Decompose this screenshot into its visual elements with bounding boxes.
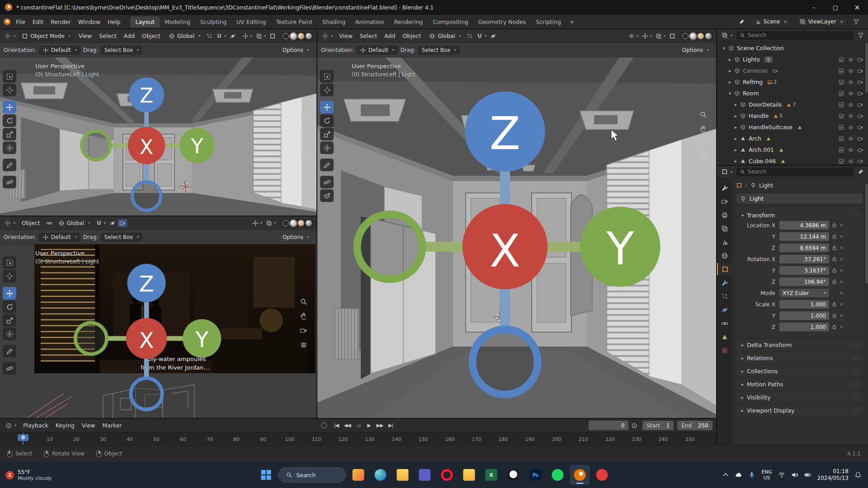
editor-type-button[interactable]: ▾ — [720, 31, 734, 39]
scale-x-value-field[interactable]: 1.000 — [779, 300, 829, 309]
properties-tab-object-data[interactable] — [717, 331, 732, 343]
solid-shading-icon[interactable] — [690, 33, 696, 39]
properties-tab-tool[interactable] — [717, 182, 732, 194]
filter-icon[interactable] — [852, 18, 861, 26]
hide-in-viewport-toggle[interactable] — [848, 56, 854, 63]
checkbox-toggle[interactable] — [838, 101, 844, 108]
taskbar-search[interactable]: Search — [278, 467, 346, 483]
proportional-editing-button[interactable] — [228, 32, 237, 40]
snap-button[interactable]: ▾ — [215, 32, 227, 40]
outliner-row-handle[interactable]: ▸Handle5 — [720, 110, 867, 122]
properties-section-viewport-display[interactable]: ▸Viewport Display∷∷ — [736, 405, 863, 416]
animate-property-dot[interactable] — [840, 258, 843, 260]
menu-file[interactable]: File — [12, 17, 29, 27]
z-value-field[interactable]: 1.000 — [779, 323, 829, 331]
main-viewport-menu-add[interactable]: Add — [381, 31, 399, 41]
cursor-tool-button[interactable] — [320, 84, 334, 96]
jump-to-start-button[interactable]: |◀ — [331, 421, 342, 430]
shading-mode-switch[interactable] — [281, 219, 314, 227]
shading-mode-switch[interactable] — [680, 32, 713, 40]
workspace-tab-geometry-nodes[interactable]: Geometry Nodes — [473, 16, 531, 28]
volume-tray-icon[interactable] — [791, 471, 798, 479]
pin-scene-icon[interactable] — [737, 18, 746, 26]
hide-in-viewport-toggle[interactable] — [848, 79, 854, 85]
folder-taskbar-icon[interactable] — [459, 465, 479, 485]
timeline-menu-marker[interactable]: Marker — [99, 421, 125, 430]
disable-in-renders-toggle[interactable] — [857, 101, 863, 108]
xbox-taskbar-icon[interactable] — [504, 465, 524, 485]
outliner-row-cameras[interactable]: ▸Cameras — [720, 65, 867, 76]
zoom-button[interactable] — [699, 111, 707, 118]
cursor-tool-button[interactable] — [3, 84, 16, 96]
camera-background-toggle[interactable] — [118, 219, 127, 227]
animate-property-dot[interactable] — [840, 224, 843, 226]
snap-button[interactable]: ▾ — [475, 32, 488, 40]
lock-open-button[interactable] — [829, 267, 839, 273]
minimize-button[interactable]: – — [803, 0, 825, 15]
orthographic-toggle[interactable] — [300, 341, 307, 349]
prev-keyframe-button[interactable]: ◀◀ — [342, 421, 353, 430]
properties-tab-constraints[interactable] — [717, 317, 732, 329]
use-preview-range-button[interactable] — [630, 422, 639, 430]
lock-open-button[interactable] — [829, 256, 839, 262]
animate-property-dot[interactable] — [840, 235, 843, 238]
next-keyframe-button[interactable]: ▶▶ — [374, 421, 385, 430]
outliner-row-cube-046[interactable]: ▸Cube.046 — [720, 155, 867, 165]
timeline-menu-keying[interactable]: Keying — [52, 421, 78, 430]
show-gizmo-button[interactable]: ▾ — [251, 219, 264, 227]
wireframe-shading-icon[interactable] — [682, 33, 689, 39]
workspace-tab-scripting[interactable]: Scripting — [531, 16, 566, 28]
workspace-tab-modeling[interactable]: Modeling — [160, 16, 195, 28]
vp1-menu-select[interactable]: Select — [95, 31, 120, 41]
animate-property-dot[interactable] — [840, 303, 843, 305]
properties-tab-render[interactable] — [717, 195, 732, 207]
hide-in-viewport-toggle[interactable] — [848, 146, 854, 153]
properties-tab-particles[interactable] — [717, 290, 732, 302]
disable-in-renders-toggle[interactable] — [857, 90, 863, 97]
lock-open-button[interactable] — [829, 245, 839, 251]
show-gizmo-button[interactable]: ▾ — [641, 32, 653, 40]
outliner-row-refimg[interactable]: ▸RefImg2 — [720, 76, 867, 88]
expander-closed-icon[interactable]: ▸ — [733, 136, 739, 141]
xray-toggle[interactable] — [668, 32, 677, 40]
properties-search-input[interactable]: Search — [736, 168, 854, 176]
red-app-taskbar-icon[interactable] — [592, 465, 612, 485]
scale-tool-button[interactable] — [3, 128, 16, 141]
expander-closed-icon[interactable]: ▸ — [733, 125, 739, 130]
menu-window[interactable]: Window — [75, 17, 104, 27]
solid-shading-icon[interactable] — [290, 220, 297, 226]
editor-type-button[interactable]: ▾ — [4, 422, 18, 430]
unlink-scene-icon[interactable]: ✕ — [783, 19, 787, 24]
animate-property-dot[interactable] — [840, 292, 843, 294]
hide-in-viewport-toggle[interactable] — [848, 113, 854, 119]
microphone-tray-icon[interactable] — [748, 471, 755, 479]
vp2-orientation-dropdown[interactable]: Default▾ — [39, 233, 80, 242]
properties-tab-output[interactable] — [717, 209, 732, 221]
checkbox-toggle[interactable] — [838, 124, 844, 131]
scale-tool-button[interactable] — [320, 128, 334, 141]
expander-closed-icon[interactable]: ▸ — [733, 159, 739, 164]
properties-tab-scene[interactable] — [717, 236, 732, 248]
orthographic-toggle[interactable] — [699, 154, 707, 162]
disable-in-renders-toggle[interactable] — [857, 113, 863, 119]
workspace-tab-layout[interactable]: Layout — [130, 16, 160, 28]
disable-in-renders-toggle[interactable] — [857, 79, 863, 85]
z-value-field[interactable]: 8.6594 m — [779, 244, 829, 252]
zoom-button[interactable] — [300, 298, 307, 305]
vp1-menu-object[interactable]: Object — [138, 31, 164, 41]
language-switcher[interactable]: ENG US — [761, 469, 772, 481]
disable-in-renders-toggle[interactable] — [857, 158, 863, 164]
workspace-tab-compositing[interactable]: Compositing — [428, 16, 473, 28]
expander-closed-icon[interactable]: ▸ — [727, 57, 733, 62]
properties-tab-object[interactable] — [717, 263, 732, 275]
timeline-menu-playback[interactable]: Playback — [19, 421, 52, 430]
orientation-global-dropdown[interactable]: Global▾ — [165, 32, 204, 41]
properties-tab-world[interactable] — [717, 249, 732, 262]
properties-scrollbar[interactable] — [866, 184, 868, 283]
main-viewport-menu-select[interactable]: Select — [356, 31, 381, 41]
disable-in-renders-toggle[interactable] — [857, 146, 863, 153]
pan-button[interactable] — [300, 125, 307, 133]
lock-open-button[interactable] — [829, 313, 839, 319]
workspace-tab-shading[interactable]: Shading — [317, 16, 350, 28]
maximize-button[interactable]: ▢ — [825, 0, 846, 15]
